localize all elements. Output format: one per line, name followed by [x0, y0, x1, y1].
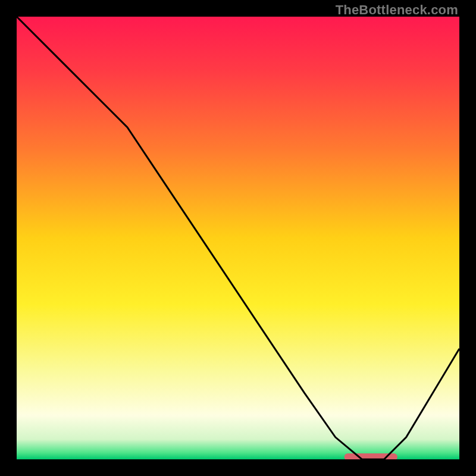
- watermark-text: TheBottleneck.com: [336, 2, 458, 18]
- plot-svg: [17, 17, 459, 459]
- chart-frame: TheBottleneck.com: [0, 0, 476, 476]
- plot-area: [17, 17, 459, 459]
